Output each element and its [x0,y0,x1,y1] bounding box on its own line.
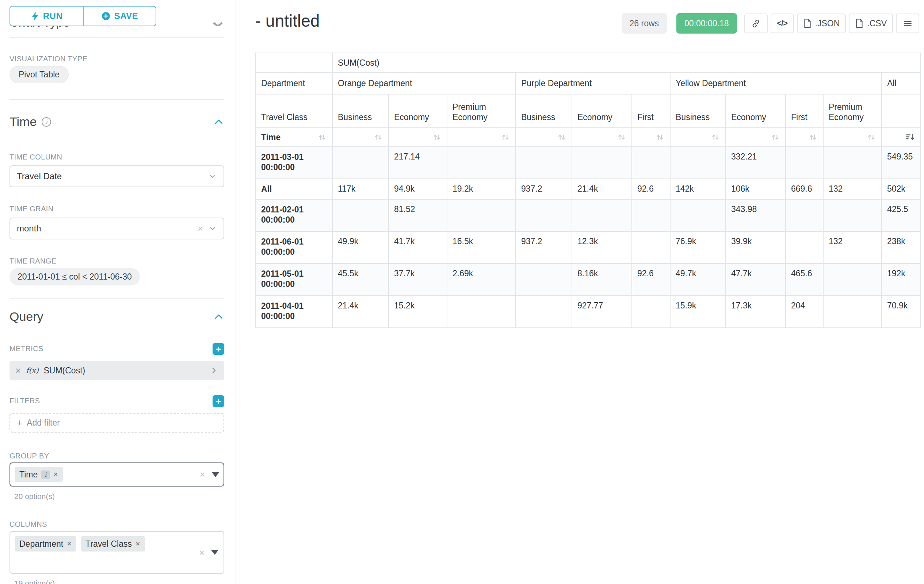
sort-header-cell [823,128,882,147]
value-pill-label: Department [19,539,63,549]
value-cell [447,199,516,231]
chevron-down-icon [208,172,217,181]
sort-icon[interactable] [655,133,665,142]
sort-icon[interactable] [711,133,720,142]
collapse-section-icon[interactable] [213,117,224,127]
columns-label: COLUMNS [10,520,47,528]
value-cell: 238k [882,231,920,263]
value-cell: 76.9k [670,231,726,263]
collapse-section-icon[interactable] [213,311,224,322]
add-filter-label: Add filter [26,418,60,428]
value-cell: 19.2k [447,179,516,199]
columns-select[interactable]: Department×Travel Class× × [10,531,224,574]
value-cell: 92.6 [632,263,670,296]
value-cell: 106k [726,179,785,199]
columns-values: Department×Travel Class× [15,536,145,551]
time-grain-select[interactable]: month × [10,217,224,239]
time-range-label: TIME RANGE [10,257,56,265]
share-link-button[interactable] [744,13,768,33]
row-label-cell: 2011-02-01 00:00:00 [256,199,332,231]
divider [10,37,224,38]
sort-icon[interactable] [374,133,383,142]
value-cell [785,147,823,179]
divider [10,99,224,100]
column-group-header: Yellow Department [670,72,882,94]
file-icon [803,19,812,28]
metric-header-cell: SUM(Cost) [332,53,920,72]
sort-descending-icon[interactable] [905,133,915,142]
sort-icon[interactable] [557,133,566,142]
hamburger-icon [903,19,912,28]
value-pill[interactable]: Travel Class× [81,536,145,551]
time-grain-value: month [17,224,41,234]
time-column-value: Travel Date [17,171,62,181]
save-button[interactable]: SAVE [83,6,156,26]
row-label-cell: 2011-06-01 00:00:00 [256,231,332,263]
value-cell: 343.98 [726,199,785,231]
remove-icon[interactable]: × [67,540,72,548]
value-cell: 21.4k [332,296,389,328]
export-json-button[interactable]: .JSON [797,13,846,33]
table-row: 2011-04-01 00:00:0021.4k15.2k927.7715.9k… [256,296,920,328]
run-save-button-group: RUN SAVE [10,6,156,26]
value-cell: 39.9k [726,231,785,263]
value-cell: 41.7k [389,231,447,263]
column-header-cell: Business [516,94,572,128]
sort-icon[interactable] [501,133,510,142]
value-cell [516,199,572,231]
sort-header-cell [726,128,785,147]
value-cell [785,231,823,263]
chart-area: - untitled 26 rows 00:00:00.18 </> .JSON… [237,0,924,584]
time-column-select[interactable]: Travel Date [10,165,224,187]
metric-pill[interactable]: × f(x) SUM(Cost) [10,361,224,380]
menu-button[interactable] [896,13,919,33]
remove-icon[interactable]: × [135,540,140,548]
sort-icon[interactable] [317,133,327,142]
value-pill[interactable]: Department× [15,536,76,551]
time-section-title: Time [10,115,36,129]
add-metric-button[interactable]: + [213,343,224,355]
sort-icon[interactable] [432,133,442,142]
value-cell [632,147,670,179]
sort-header-cell [785,128,823,147]
query-timer-badge: 00:00:00.18 [676,13,737,34]
value-pill[interactable]: Timei× [15,467,63,482]
clear-icon[interactable]: × [200,470,205,479]
info-icon[interactable]: i [42,117,51,127]
plus-icon: + [17,418,22,428]
value-cell: 465.6 [785,263,823,296]
add-filter-plus-button[interactable]: + [213,395,224,407]
chevron-up-icon[interactable] [213,22,224,27]
sort-icon[interactable] [771,133,780,142]
info-icon[interactable]: i [41,470,50,479]
sort-icon[interactable] [617,133,626,142]
export-csv-button[interactable]: .CSV [849,13,893,33]
value-cell: 15.2k [389,296,447,328]
run-button[interactable]: RUN [10,6,84,26]
column-header-cell: Economy [726,94,785,128]
remove-metric-icon[interactable]: × [15,366,21,375]
value-cell [670,147,726,179]
value-cell [823,199,882,231]
sort-icon[interactable] [867,133,876,142]
time-range-value[interactable]: 2011-01-01 ≤ col < 2011-06-30 [10,268,140,285]
value-cell: 142k [670,179,726,199]
group-by-select[interactable]: Timei× × [10,462,224,487]
table-row: All117k94.9k19.2k937.221.4k92.6142k106k6… [256,179,920,199]
clear-icon[interactable]: × [199,548,205,558]
column-group-header: Orange Department [332,72,516,94]
value-cell [447,296,516,328]
add-filter-button[interactable]: + Add filter [10,413,224,433]
remove-icon[interactable]: × [53,470,58,479]
function-icon: f(x) [26,366,38,375]
value-cell: 49.9k [332,231,389,263]
sort-icon[interactable] [808,133,818,142]
value-cell: 21.4k [572,179,632,199]
visualization-type-value[interactable]: Pivot Table [10,66,69,83]
value-cell [332,199,389,231]
visualization-type-label: VISUALIZATION TYPE [10,55,87,63]
column-header-cell: Economy [572,94,632,128]
view-query-button[interactable]: </> [771,13,794,33]
column-header-cell: Business [670,94,726,128]
clear-icon[interactable]: × [198,224,203,233]
